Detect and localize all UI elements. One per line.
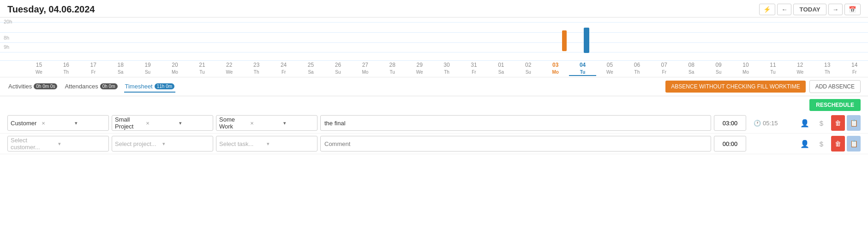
date-06: 06Th xyxy=(623,62,651,76)
task-select-new[interactable]: Select task... ▾ xyxy=(216,136,317,152)
action-col: 🗑 📋 xyxy=(831,115,861,131)
person-button[interactable]: 👤 xyxy=(798,119,812,128)
table-row: Select customer... ▾ Select project... ▾… xyxy=(0,134,868,154)
timeline: 20h 8h 9h 15We 16Th 17Fr 18Sa 19Su 20Mo … xyxy=(0,17,868,77)
time-input-new[interactable] xyxy=(714,136,746,152)
tab-activities[interactable]: Activities 0h 0m 0s xyxy=(7,81,58,93)
task-clear-icon[interactable]: × xyxy=(250,120,281,127)
tab-activities-badge: 0h 0m 0s xyxy=(34,83,57,89)
date-11: 11Tu xyxy=(759,62,786,76)
add-absence-button[interactable]: ADD ABSENCE xyxy=(809,80,861,93)
clock-icon: 🕐 xyxy=(754,120,761,127)
date-12: 12We xyxy=(786,62,814,76)
project-select-new[interactable]: Select project... ▾ xyxy=(112,136,213,152)
tab-attendances[interactable]: Attendances 0h 0m xyxy=(64,81,118,93)
copy-button[interactable]: 📋 xyxy=(847,115,861,131)
date-05: 05We xyxy=(596,62,623,76)
comment-container xyxy=(320,115,711,131)
date-23: 23Th xyxy=(243,62,270,76)
top-bar: Tuesday, 04.06.2024 ⚡ ← TODAY → 📅 xyxy=(0,0,868,17)
clock-col: 🕐 05:15 xyxy=(754,120,795,127)
date-21: 21Tu xyxy=(188,62,216,76)
nav-controls: ⚡ ← TODAY → 📅 xyxy=(759,4,861,15)
delete-button[interactable]: 🗑 xyxy=(831,115,845,131)
bar-blue xyxy=(584,28,589,53)
project-value: Small Project xyxy=(115,116,146,130)
timeline-label-8h: 8h xyxy=(4,35,9,41)
calendar-button[interactable]: 📅 xyxy=(844,4,861,15)
tabs-left: Activities 0h 0m 0s Attendances 0h 0m Ti… xyxy=(7,81,175,93)
dollar-button-new[interactable]: $ xyxy=(814,140,828,148)
tab-attendances-label: Attendances xyxy=(65,83,98,90)
date-10: 10Mo xyxy=(732,62,760,76)
table-row: Customer × ▾ Small Project × ▾ Some Work… xyxy=(0,113,868,134)
timesheet-actions-row: RESCHEDULE xyxy=(0,96,868,113)
customer-arrow-icon-new[interactable]: ▾ xyxy=(58,141,106,147)
customer-select[interactable]: Customer × ▾ xyxy=(7,115,109,131)
customer-placeholder: Select customer... xyxy=(11,137,58,151)
date-30: 30Th xyxy=(433,62,461,76)
task-arrow-icon[interactable]: ▾ xyxy=(283,120,314,126)
date-02: 02Su xyxy=(515,62,542,76)
page-title: Tuesday, 04.06.2024 xyxy=(7,4,95,15)
time-container xyxy=(714,115,751,131)
prev-button[interactable]: ← xyxy=(777,4,791,15)
date-18: 18Sa xyxy=(107,62,134,76)
customer-value: Customer xyxy=(11,120,42,127)
time-input[interactable] xyxy=(714,115,746,131)
date-13: 13Th xyxy=(814,62,841,76)
customer-clear-icon[interactable]: × xyxy=(42,120,72,127)
date-15: 15We xyxy=(25,62,53,76)
next-button[interactable]: → xyxy=(828,4,843,15)
tab-attendances-badge: 0h 0m xyxy=(100,83,118,89)
tabs-row: Activities 0h 0m 0s Attendances 0h 0m Ti… xyxy=(0,77,868,96)
project-select[interactable]: Small Project × ▾ xyxy=(112,115,213,131)
tab-activities-label: Activities xyxy=(8,83,32,90)
timeline-label-9h: 9h xyxy=(4,44,9,50)
task-select[interactable]: Some Work × ▾ xyxy=(216,115,317,131)
timeline-dates: 15We 16Th 17Fr 18Sa 19Su 20Mo 21Tu 22We … xyxy=(0,62,868,77)
task-placeholder: Select task... xyxy=(219,140,267,147)
task-arrow-icon-new[interactable]: ▾ xyxy=(267,141,314,147)
absence-fill-worktime-button[interactable]: ABSENCE WITHOUT CHECKING FILL WORKTIME xyxy=(665,81,805,93)
project-arrow-icon-new[interactable]: ▾ xyxy=(162,141,210,147)
date-17: 17Fr xyxy=(80,62,107,76)
project-arrow-icon[interactable]: ▾ xyxy=(179,120,210,126)
date-29: 29We xyxy=(406,62,433,76)
delete-button-new[interactable]: 🗑 xyxy=(831,136,845,152)
comment-input[interactable] xyxy=(320,115,711,131)
date-31: 31Fr xyxy=(461,62,488,76)
date-03-today: 03Mo xyxy=(542,62,569,76)
dollar-button[interactable]: $ xyxy=(814,119,828,127)
project-placeholder: Select project... xyxy=(115,140,162,147)
tabs-right: ABSENCE WITHOUT CHECKING FILL WORKTIME A… xyxy=(665,80,861,93)
tab-timesheet[interactable]: Timesheet 11h 0m xyxy=(124,81,176,93)
date-27: 27Mo xyxy=(352,62,379,76)
customer-arrow-icon[interactable]: ▾ xyxy=(75,120,106,126)
tab-timesheet-badge: 11h 0m xyxy=(155,83,174,89)
copy-button-new[interactable]: 📋 xyxy=(847,136,861,152)
clock-time: 05:15 xyxy=(763,120,778,127)
bar-orange xyxy=(562,30,567,51)
customer-select-new[interactable]: Select customer... ▾ xyxy=(7,136,109,152)
date-14: 14Fr xyxy=(841,62,868,76)
tab-timesheet-label: Timesheet xyxy=(125,83,153,90)
date-24: 24Fr xyxy=(270,62,297,76)
lightning-button[interactable]: ⚡ xyxy=(759,4,775,15)
date-22: 22We xyxy=(216,62,243,76)
date-16: 16Th xyxy=(53,62,80,76)
date-07: 07Fr xyxy=(651,62,678,76)
reschedule-button[interactable]: RESCHEDULE xyxy=(809,99,861,111)
date-09: 09Su xyxy=(705,62,732,76)
date-19: 19Su xyxy=(134,62,162,76)
date-04-selected: 04Tu xyxy=(569,62,596,76)
date-26: 26Su xyxy=(324,62,352,76)
person-button-new[interactable]: 👤 xyxy=(798,140,812,148)
comment-input-new[interactable] xyxy=(320,136,711,152)
date-01: 01Sa xyxy=(487,62,515,76)
project-clear-icon[interactable]: × xyxy=(146,120,177,127)
today-button[interactable]: TODAY xyxy=(793,4,826,15)
task-value: Some Work xyxy=(219,116,250,130)
date-28: 28Tu xyxy=(379,62,406,76)
time-container-new xyxy=(714,136,751,152)
